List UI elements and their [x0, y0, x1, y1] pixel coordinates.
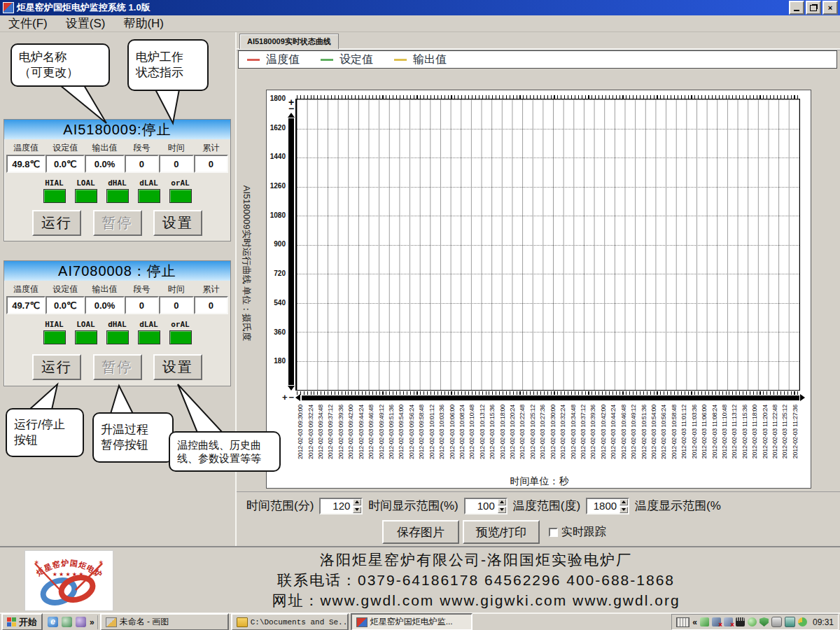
alarm-indicator: LOAL — [75, 320, 97, 344]
alarm-led — [169, 330, 192, 344]
menu-item[interactable]: 设置(S) — [66, 15, 106, 31]
x-tick-label: 2012-02-03 10:39:36 — [589, 405, 596, 459]
tray-clock: 09:31 — [813, 617, 834, 627]
input-method-keyboard-icon[interactable] — [676, 617, 690, 627]
realtime-track-checkbox[interactable] — [549, 528, 558, 537]
x-tick-label: 2012-02-03 09:37:12 — [327, 405, 334, 459]
update-icon[interactable] — [798, 617, 807, 626]
scroll-left-icon[interactable] — [295, 394, 300, 401]
alarm-label: dLAL — [139, 178, 158, 188]
alarm-indicator: dHAL — [106, 178, 129, 203]
start-button[interactable]: 开始 — [1, 613, 43, 630]
database-icon[interactable] — [771, 617, 782, 627]
alarm-led — [169, 189, 192, 203]
x-tick-label: 2012-02-03 10:34:48 — [570, 405, 577, 459]
alarm-led — [43, 330, 66, 344]
x-axis-pan-control[interactable]: + − — [282, 393, 805, 402]
field-value: 0 — [159, 155, 193, 173]
signal-bars-icon[interactable] — [736, 617, 745, 626]
alarm-indicator: dHAL — [106, 320, 129, 344]
monitor-icon[interactable] — [785, 617, 795, 627]
settings-button[interactable]: 设置 — [153, 210, 202, 236]
speaker-muted-icon[interactable] — [712, 617, 721, 626]
alarm-led — [43, 189, 66, 203]
spinner-down-icon[interactable] — [620, 507, 628, 513]
zoom-in-icon[interactable]: + — [282, 394, 288, 401]
zoom-out-icon[interactable]: − — [288, 106, 294, 111]
alarm-led — [75, 189, 97, 203]
contact-phone: 联系电话：0379-64186178 64562296 400-688-1868 — [115, 570, 836, 590]
y-tick-label: 720 — [274, 270, 286, 300]
speaker-muted-icon-2[interactable] — [724, 617, 733, 626]
run-button[interactable]: 运行 — [32, 354, 81, 380]
callout-text: 温控曲线、历史曲 — [177, 438, 261, 452]
close-button[interactable]: × — [822, 1, 838, 15]
folder-icon — [237, 617, 248, 627]
run-button[interactable]: 运行 — [32, 210, 81, 236]
spinner-down-icon[interactable] — [353, 507, 361, 513]
field-group: 累计 0 — [195, 142, 227, 173]
temp-range-spinner[interactable]: 1800 — [586, 498, 629, 514]
menu-item[interactable]: 文件(F) — [8, 15, 48, 31]
y-tick-label: 360 — [274, 329, 286, 358]
tray-chevron[interactable]: « — [692, 617, 697, 627]
spinner-up-icon[interactable] — [353, 499, 361, 505]
x-scrollbar[interactable] — [302, 396, 799, 400]
callout-text: 升温过程 — [101, 422, 148, 438]
device-icon[interactable] — [700, 617, 709, 626]
menu-item[interactable]: 帮助(H) — [123, 15, 164, 31]
time-display-spinner[interactable]: 100 — [464, 498, 507, 514]
time-range-spinner[interactable]: 120 — [319, 498, 363, 514]
tab-realtime-curve[interactable]: AI5180009实时状态曲线 — [239, 34, 339, 49]
task-paint[interactable]: 未命名 - 画图 — [100, 613, 229, 630]
spinner-down-icon[interactable] — [498, 507, 506, 513]
restore-button[interactable] — [806, 1, 821, 15]
pause-button: 暂停 — [93, 354, 142, 380]
svg-text:✶: ✶ — [98, 559, 104, 566]
plot-area[interactable] — [295, 99, 800, 391]
chart-legend: 温度值 设定值 输出值 — [238, 50, 837, 69]
furnace-1-title[interactable]: AI5180009:停止 — [4, 120, 230, 139]
y-axis-pan-control[interactable]: + − — [287, 99, 295, 391]
field-label: 温度值 — [13, 284, 38, 295]
scroll-right-icon[interactable] — [800, 394, 805, 401]
spinner-up-icon[interactable] — [620, 499, 628, 505]
x-tick-label: 2012-02-03 09:42:00 — [347, 405, 354, 459]
legend-label: 输出值 — [413, 52, 447, 67]
quick-launch-icon-3[interactable] — [76, 617, 86, 627]
scroll-down-icon[interactable] — [288, 386, 295, 391]
field-label: 输出值 — [92, 284, 118, 295]
zoom-out-icon[interactable]: − — [289, 394, 295, 401]
spinner-up-icon[interactable] — [498, 499, 506, 505]
furnace-2-title[interactable]: AI7080008：停止 — [4, 261, 230, 281]
settings-button[interactable]: 设置 — [153, 354, 202, 380]
y-scrollbar[interactable] — [288, 118, 294, 385]
shield-icon[interactable] — [760, 617, 769, 626]
legend-dash-icon — [394, 59, 407, 61]
field-value: 49.7℃ — [6, 296, 46, 314]
x-tick-label: 2012-02-03 10:37:12 — [580, 405, 587, 459]
x-tick-label: 2012-02-03 10:27:36 — [539, 405, 546, 459]
task-furnace-monitor[interactable]: 炬星窑炉国炬电炉监... — [351, 613, 472, 630]
x-tick-label: 2012-02-03 10:08:24 — [458, 405, 465, 459]
quick-launch-icon-2[interactable] — [62, 617, 72, 627]
task-explorer[interactable]: C:\Documents and Se... — [231, 613, 349, 630]
field-group: 温度值 49.7℃ — [8, 284, 44, 314]
save-image-button[interactable]: 保存图片 — [382, 520, 459, 544]
quick-launch: e » — [45, 615, 98, 629]
overflow-chevron[interactable]: » — [90, 617, 94, 627]
globe-icon[interactable] — [748, 617, 757, 626]
field-value: 0.0℃ — [46, 155, 85, 173]
field-label: 温度值 — [13, 142, 38, 154]
callout-curves: 温控曲线、历史曲 线、参数设置等等 — [169, 431, 281, 472]
ie-icon[interactable]: e — [48, 617, 58, 627]
legend-item-setpoint: 设定值 — [321, 52, 373, 67]
x-tick-label: 2012-02-03 11:06:00 — [701, 405, 708, 458]
scroll-up-icon[interactable] — [288, 113, 295, 118]
field-label: 段号 — [133, 284, 150, 295]
callout-text: 电炉名称 — [19, 50, 66, 65]
preview-print-button[interactable]: 预览/打印 — [463, 520, 540, 544]
callout-furnace-name: 电炉名称 （可更改） — [10, 43, 110, 87]
x-tick-label: 2012-02-03 11:22:48 — [771, 405, 778, 458]
minimize-button[interactable] — [789, 1, 804, 15]
